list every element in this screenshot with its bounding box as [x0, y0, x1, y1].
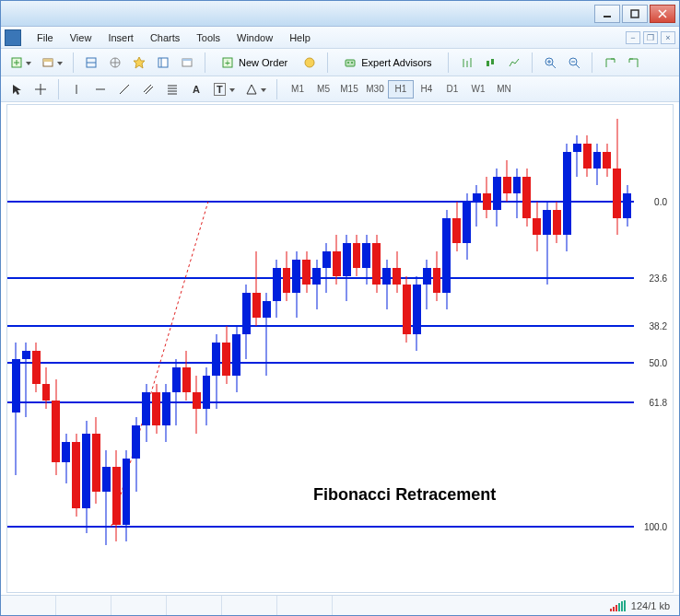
candle: [423, 260, 431, 309]
profiles-button[interactable]: [38, 52, 65, 73]
candle: [452, 202, 461, 251]
maximize-button[interactable]: [622, 5, 648, 23]
candle: [483, 177, 491, 218]
text-button[interactable]: A: [186, 79, 206, 99]
timeframe-m30[interactable]: M30: [362, 80, 388, 99]
svg-rect-29: [491, 59, 494, 64]
crosshair-button[interactable]: [30, 79, 51, 99]
fib-line-61.8[interactable]: [7, 401, 634, 403]
candle: [182, 351, 191, 401]
timeframe-h4[interactable]: H4: [414, 80, 440, 99]
data-window-button[interactable]: [153, 52, 173, 73]
candle: [102, 450, 111, 545]
fib-line-38.2[interactable]: [7, 325, 634, 327]
minimize-button[interactable]: [594, 5, 620, 23]
svg-point-24: [351, 62, 353, 64]
menu-tools[interactable]: Tools: [188, 29, 229, 46]
menu-file[interactable]: File: [29, 29, 62, 46]
fib-label-38.2: 38.2: [650, 320, 667, 331]
fib-label-50.0: 50.0: [650, 358, 667, 368]
fib-label-0.0: 0.0: [654, 196, 667, 206]
candle: [72, 434, 80, 517]
trendline-button[interactable]: [114, 79, 135, 99]
statusbar: 124/1 kb: [1, 595, 679, 615]
candle: [142, 384, 150, 442]
autoscroll-button[interactable]: [600, 52, 620, 73]
chart-shift-button[interactable]: [624, 52, 644, 73]
app-icon: [5, 29, 21, 46]
autotrading-button[interactable]: [299, 52, 320, 73]
timeframe-m1[interactable]: M1: [285, 80, 311, 99]
candle: [573, 135, 581, 177]
fib-line-23.6[interactable]: [7, 277, 634, 279]
fib-line-50.0[interactable]: [7, 362, 634, 364]
candle: [162, 384, 170, 442]
new-order-button[interactable]: + New Order: [213, 52, 296, 73]
svg-marker-37: [13, 85, 21, 95]
timeframe-mn[interactable]: MN: [491, 80, 517, 99]
zoom-in-button[interactable]: [540, 52, 560, 73]
cursor-button[interactable]: [6, 79, 27, 99]
chart-area[interactable]: 0.023.638.250.061.8100.0Fibonacci Retrac…: [6, 104, 674, 593]
equidistant-channel-button[interactable]: [138, 79, 158, 99]
candle: [152, 384, 160, 434]
candle-chart-button[interactable]: [480, 52, 500, 73]
menu-window[interactable]: Window: [229, 29, 281, 46]
navigator-button[interactable]: [105, 52, 125, 73]
menu-charts[interactable]: Charts: [142, 29, 188, 46]
candle: [623, 185, 631, 227]
toolbar-main: + New Order Expert Advisors: [1, 49, 679, 76]
expert-advisors-button[interactable]: Expert Advisors: [335, 52, 440, 73]
shapes-button[interactable]: [241, 79, 269, 99]
candle: [12, 343, 20, 475]
text-label-button[interactable]: T: [210, 79, 238, 99]
fibonacci-button[interactable]: [162, 79, 182, 99]
timeframe-d1[interactable]: D1: [440, 80, 465, 99]
candle: [362, 235, 370, 285]
chart-annotation: Fibonacci Retracement: [313, 485, 496, 505]
svg-rect-15: [158, 58, 168, 67]
svg-rect-22: [346, 60, 355, 66]
market-watch-button[interactable]: [81, 52, 101, 73]
mdi-minimize-button[interactable]: −: [626, 31, 640, 44]
favorites-button[interactable]: [129, 52, 149, 73]
candle: [343, 235, 351, 301]
svg-line-35: [576, 64, 580, 68]
zoom-out-button[interactable]: [564, 52, 584, 73]
candle: [42, 367, 51, 409]
timeframe-h1[interactable]: H1: [388, 80, 414, 99]
mdi-close-button[interactable]: ×: [661, 31, 675, 44]
menu-view[interactable]: View: [62, 29, 100, 46]
horizontal-line-button[interactable]: [90, 79, 111, 99]
candle: [533, 202, 541, 251]
mdi-restore-button[interactable]: ❐: [643, 31, 658, 44]
timeframe-m15[interactable]: M15: [336, 80, 362, 99]
candle: [493, 169, 501, 227]
candle: [292, 251, 300, 318]
menu-insert[interactable]: Insert: [100, 29, 142, 46]
app-window: File View Insert Charts Tools Window Hel…: [0, 0, 680, 616]
candle: [252, 251, 261, 326]
terminal-button[interactable]: [177, 52, 197, 73]
candle: [433, 251, 441, 301]
candle: [22, 343, 30, 417]
candle: [132, 417, 140, 492]
candle: [92, 417, 100, 504]
candle: [543, 202, 551, 285]
timeframe-w1[interactable]: W1: [465, 80, 491, 99]
statusbar-cell: [167, 596, 222, 615]
timeframe-m5[interactable]: M5: [311, 80, 336, 99]
fib-label-61.8: 61.8: [650, 397, 667, 407]
menu-help[interactable]: Help: [281, 29, 319, 46]
candle: [393, 251, 401, 293]
vertical-line-button[interactable]: [66, 79, 87, 99]
candle: [82, 421, 90, 532]
close-button[interactable]: [650, 5, 675, 23]
svg-marker-14: [134, 57, 145, 68]
svg-point-23: [347, 62, 349, 64]
candle: [563, 144, 571, 251]
candle: [62, 434, 70, 483]
bar-chart-button[interactable]: [456, 52, 476, 73]
line-chart-button[interactable]: [504, 52, 524, 73]
new-chart-button[interactable]: [6, 52, 34, 73]
